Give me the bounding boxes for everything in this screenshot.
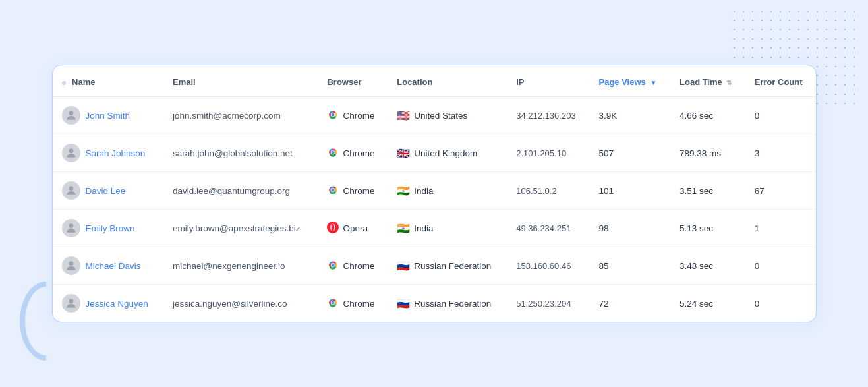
email-cell: jessica.nguyen@silverline.co [163, 285, 318, 322]
avatar [62, 144, 80, 162]
browser-cell: Chrome [318, 247, 388, 285]
avatar [62, 294, 80, 313]
error-count-cell: 1 [745, 210, 816, 247]
browser-name: Chrome [343, 148, 374, 158]
location-name: Russian Federation [414, 299, 491, 309]
load-time-cell: 3.51 sec [670, 172, 745, 210]
load-time-cell: 5.13 sec [670, 210, 745, 247]
email-cell: sarah.john@globalsolution.net [163, 134, 318, 172]
load-time-cell: 4.66 sec [670, 97, 745, 134]
user-name-link[interactable]: Michael Davis [86, 261, 141, 271]
flag-icon: 🇬🇧 [397, 147, 410, 160]
ip-cell: 34.212.136.203 [507, 97, 589, 134]
page-views-cell: 101 [589, 172, 670, 210]
location-name: Russian Federation [414, 261, 491, 271]
user-name-link[interactable]: David Lee [86, 186, 126, 196]
location-cell: 🇷🇺 Russian Federation [388, 285, 507, 322]
browser-name: Chrome [343, 299, 374, 309]
email-cell: john.smith@acmecorp.com [163, 97, 318, 134]
user-name-link[interactable]: Emily Brown [86, 223, 135, 233]
location-name: India [414, 186, 433, 196]
error-count-cell: 0 [745, 285, 816, 322]
browser-name: Chrome [343, 186, 374, 196]
flag-icon: 🇷🇺 [397, 297, 410, 310]
browser-name: Chrome [343, 111, 374, 121]
browser-cell: Chrome [318, 285, 388, 322]
avatar [62, 256, 80, 275]
ip-cell: 51.250.23.204 [507, 285, 589, 322]
svg-point-16 [69, 261, 73, 266]
page-views-cell: 98 [589, 210, 670, 247]
col-pageviews[interactable]: Page Views ▼ [589, 65, 670, 97]
col-ip: IP [507, 65, 589, 97]
email-cell: emily.brown@apexstrategies.biz [163, 210, 318, 247]
location-cell: 🇬🇧 United Kingdom [388, 134, 507, 172]
svg-point-7 [332, 150, 335, 154]
flag-icon: 🇮🇳 [397, 222, 410, 235]
page-views-cell: 507 [589, 134, 670, 172]
table-row: Sarah Johnson sarah.john@globalsolution.… [53, 134, 816, 172]
user-name-link[interactable]: John Smith [86, 111, 130, 121]
flag-icon: 🇮🇳 [397, 185, 410, 197]
browser-icon [327, 184, 339, 198]
table-row: Jessica Nguyen jessica.nguyen@silverline… [53, 285, 816, 322]
error-count-cell: 3 [745, 134, 816, 172]
error-count-cell: 67 [745, 172, 816, 210]
load-time-cell: 789.38 ms [670, 134, 745, 172]
ip-cell: 158.160.60.46 [507, 247, 589, 285]
location-cell: 🇷🇺 Russian Federation [388, 247, 507, 285]
col-email: Email [163, 65, 318, 97]
error-count-cell: 0 [745, 247, 816, 285]
browser-cell: Opera [318, 210, 388, 247]
page-views-cell: 72 [589, 285, 670, 322]
name-cell: Jessica Nguyen [53, 285, 164, 322]
col-loadtime[interactable]: Load Time ⇅ [670, 65, 745, 97]
svg-point-19 [332, 263, 335, 266]
svg-point-4 [69, 148, 73, 153]
location-name: India [414, 223, 433, 233]
svg-point-15 [332, 223, 334, 231]
browser-icon [327, 259, 339, 273]
location-name: United Kingdom [414, 148, 477, 158]
error-count-cell: 0 [745, 97, 816, 134]
avatar [62, 106, 80, 125]
browser-name: Chrome [343, 261, 374, 271]
name-cell: Sarah Johnson [53, 134, 164, 172]
email-cell: david.lee@quantumgroup.org [163, 172, 318, 210]
browser-cell: Chrome [318, 172, 388, 210]
ip-cell: 2.101.205.10 [507, 134, 589, 172]
col-errorcount: Error Count [745, 65, 816, 97]
svg-point-23 [332, 301, 335, 304]
user-name-link[interactable]: Jessica Nguyen [86, 299, 148, 309]
name-cell: David Lee [53, 172, 164, 210]
location-cell: 🇮🇳 India [388, 210, 507, 247]
location-cell: 🇺🇸 United States [388, 97, 507, 134]
svg-point-0 [69, 111, 73, 115]
name-cell: John Smith [53, 97, 164, 134]
col-location: Location [388, 65, 507, 97]
svg-point-8 [69, 186, 73, 191]
svg-point-20 [69, 299, 73, 303]
svg-point-11 [332, 188, 335, 191]
load-time-cell: 3.48 sec [670, 247, 745, 285]
table-row: John Smith john.smith@acmecorp.com Chrom… [53, 97, 816, 134]
col-indicator [62, 81, 66, 85]
browser-name: Opera [343, 223, 368, 233]
avatar [62, 219, 80, 237]
page-views-cell: 3.9K [589, 97, 670, 134]
flag-icon: 🇺🇸 [397, 109, 410, 122]
ip-cell: 106.51.0.2 [507, 172, 589, 210]
col-name: Name [53, 65, 164, 97]
name-cell: Emily Brown [53, 210, 164, 247]
browser-cell: Chrome [318, 97, 388, 134]
col-browser: Browser [318, 65, 388, 97]
user-name-link[interactable]: Sarah Johnson [86, 148, 146, 158]
browser-icon [327, 222, 339, 235]
svg-point-3 [332, 113, 335, 116]
browser-icon [327, 146, 339, 160]
sort-updown-icon: ⇅ [726, 79, 732, 86]
location-name: United States [414, 111, 467, 121]
load-time-cell: 5.24 sec [670, 285, 745, 322]
ip-cell: 49.36.234.251 [507, 210, 589, 247]
table-header-row: Name Email Browser Location IP Page View… [53, 65, 816, 97]
